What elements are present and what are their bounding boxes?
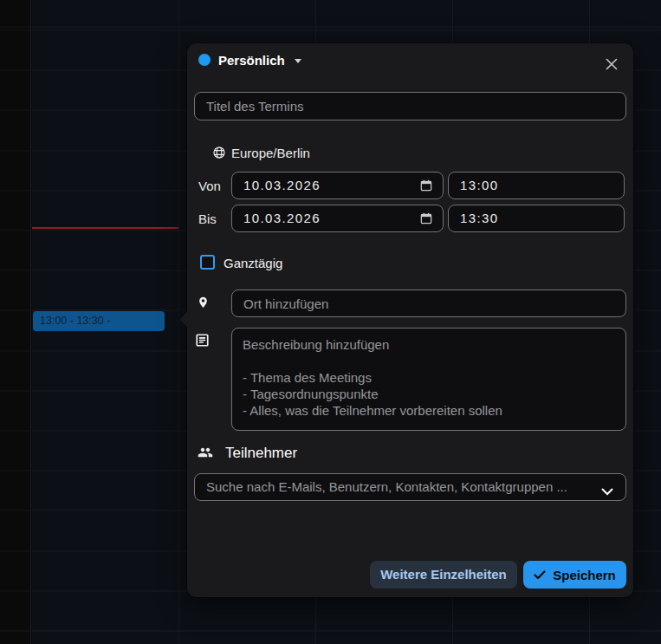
attendee-search-placeholder: Suche nach E-Mails, Benutzern, Kontakten… — [206, 474, 567, 500]
timezone-label[interactable]: Europe/Berlin — [231, 146, 310, 160]
chevron-down-icon — [601, 484, 613, 491]
end-time-field[interactable]: 13:30 — [448, 205, 625, 232]
calendar-event-chip[interactable]: 13:00 - 13:30 - — [33, 311, 165, 331]
start-time-field[interactable]: 13:00 — [448, 172, 625, 199]
location-input[interactable] — [231, 289, 626, 317]
calendar-icon[interactable] — [419, 211, 433, 225]
end-time-value: 13:30 — [460, 205, 499, 231]
description-textarea[interactable] — [231, 328, 626, 431]
calendar-color-dot[interactable] — [198, 54, 211, 66]
save-button-label: Speichern — [553, 568, 616, 582]
end-date-field[interactable]: 10.03.2026 — [231, 205, 444, 232]
time-gutter — [0, 0, 31, 644]
from-label: Von — [198, 179, 221, 193]
end-date-value: 10.03.2026 — [243, 205, 321, 231]
start-date-field[interactable]: 10.03.2026 — [231, 172, 444, 199]
people-icon — [196, 445, 215, 460]
title-input[interactable] — [194, 92, 626, 120]
location-pin-icon — [197, 294, 210, 311]
day-column-divider — [178, 0, 179, 644]
more-details-button[interactable]: Weitere Einzelheiten — [370, 561, 517, 589]
current-time-indicator — [32, 227, 178, 229]
event-editor-dialog: Persönlich Europe/Berlin Von 10.03.2026 … — [187, 43, 633, 597]
description-note-icon — [195, 333, 210, 348]
save-button[interactable]: Speichern — [523, 561, 626, 589]
attendee-search-select[interactable]: Suche nach E-Mails, Benutzern, Kontakten… — [194, 473, 626, 501]
all-day-label[interactable]: Ganztägig — [224, 256, 282, 270]
start-date-value: 10.03.2026 — [243, 172, 321, 198]
calendar-icon[interactable] — [419, 179, 433, 192]
to-label: Bis — [198, 211, 217, 226]
participants-heading: Teilnehmer — [225, 445, 297, 462]
all-day-checkbox[interactable] — [200, 255, 215, 270]
close-icon[interactable] — [605, 57, 619, 71]
calendar-selector[interactable]: Persönlich — [218, 53, 285, 68]
check-icon — [534, 570, 546, 580]
start-time-value: 13:00 — [460, 172, 499, 198]
chevron-down-icon[interactable] — [295, 59, 301, 63]
globe-icon — [212, 146, 226, 159]
